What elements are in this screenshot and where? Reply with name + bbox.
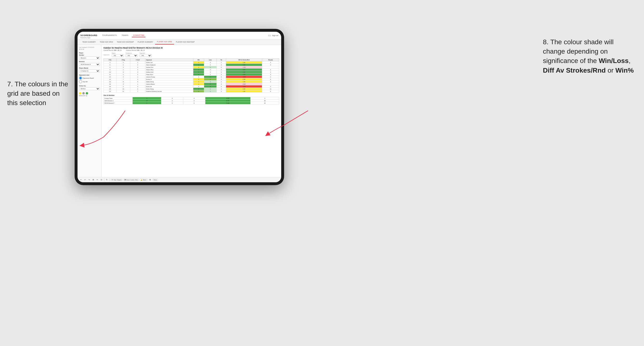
refresh-button[interactable]: ↻ [105,178,108,181]
annotation-bold3: Win% [615,67,634,74]
region-label: Region [112,52,124,54]
cell-reg: 6 [116,71,130,73]
radio-opponents-played[interactable]: Opponents Played [79,76,100,80]
nav-tournaments[interactable]: TOURNAMENTS [101,34,118,37]
legend-dot-down [79,92,81,95]
cell-win: 1 [193,64,204,66]
annotation-bold2: Diff Av Strokes/Rnd [543,67,606,74]
cell-conf: 1 [130,83,146,85]
cell-rounds: 6 [262,90,279,93]
player-rank-select[interactable]: 8. Katelyn Vo [79,69,100,72]
cell-diff: -1.00 [226,66,262,69]
header-icon: ⓘ | [268,34,271,37]
conference-label: Conference [126,52,138,54]
filter-region: Region (All) [112,52,124,57]
paste-button[interactable]: ⊡ [100,178,103,181]
copy-button[interactable]: ⊞ [92,178,95,181]
sub-nav-team-summary[interactable]: TEAM SUMMARY [80,39,98,44]
toolbar: ↩ ↩ ↪ ⊞ ✂ ⊡ ↻ 👁 View: Original 💾 Save Cu… [78,177,281,182]
cell-opponent: Foreign Team [104,97,133,100]
cell-win: 1 [193,69,204,71]
cell-reg: 1 [116,69,130,71]
undo-button[interactable]: ↩ [80,178,82,181]
cell-div: 20 [104,90,116,93]
table-row: 13 4 1 Jessica Huang 0 1 0 -3.00 2 [104,76,279,78]
eye-icon: 👁 [112,179,113,180]
cell-div: 11 [104,73,116,76]
cell-opponent: Jessica Mason [146,83,193,85]
opponent-label: Opponent [140,52,152,54]
opponent-select[interactable]: (All) [140,54,152,57]
nav-teams[interactable]: TEAMS [120,34,129,37]
share-button[interactable]: Share [153,179,158,181]
sub-nav-team-h2h-grid[interactable]: TEAM H2H GRID [98,39,115,44]
cell-rounds: 2 [262,85,279,88]
radio-top100[interactable]: Top 100 [79,80,100,83]
gender-select[interactable]: Women's [79,56,100,59]
colour-by-select[interactable]: Win/loss [79,87,100,90]
legend-label-level: Level [82,95,84,96]
sub-nav-player-h2h-heatmap[interactable]: PLAYER H2H HEATMAP [174,39,197,44]
scissors-button[interactable]: ✂ [96,178,99,181]
cell-div: 6 [104,66,116,69]
cell-loss: 3 [204,85,217,88]
redo-button[interactable]: ↩ [84,178,87,181]
out-of-division-header: Out of division [104,95,279,96]
undo2-button[interactable]: ↪ [88,178,91,181]
cell-win: 2 [193,78,204,81]
cell-reg: 4 [116,76,130,78]
cell-opponent: NAIA Division 1 [104,100,133,102]
last-updated: Last Updated: 27/03/202416:55:38 [79,47,100,50]
conference-select[interactable]: (All) [126,54,138,57]
cell-loss: 0 [161,102,183,104]
nav-committee[interactable]: COMMITTEE [132,34,146,37]
cell-reg: 3 [116,66,130,69]
cell-rounds: 10 [250,102,279,104]
sub-nav-player-summary[interactable]: PLAYER SUMMARY [136,39,155,44]
cell-tie: 0 [183,102,205,104]
cell-win: 15 [133,100,161,102]
cell-reg: 1 [116,73,130,76]
table-row: 6 3 3 Sydney Kuo 1 1 0 -1.00 [104,66,279,69]
th-diff: Diff Av Strokes/Rnd [226,59,262,61]
cell-loss: 1 [204,66,217,69]
cell-tie: 0 [217,71,226,73]
cell-conf: 4 [130,69,146,71]
cell-tie: 0 [217,81,226,83]
cell-diff: -5.00 [226,85,262,88]
legend-dot-up [86,92,88,95]
arrow-right [260,108,308,137]
sub-nav-team-h2h-heatmap[interactable]: TEAM H2H HEATMAP [115,39,136,44]
cell-loss: 1 [204,88,217,90]
save-icon: 💾 [124,179,126,180]
cell-diff: 0.38 [226,78,262,81]
watch-button[interactable]: 🔔 Watch [140,179,147,181]
sub-nav-player-h2h-grid[interactable]: PLAYER H2H GRID [155,39,174,44]
cell-div: 3 [104,61,116,64]
opponents-label: Opponents: [104,54,110,55]
division-select[interactable]: NCAA Division III [79,63,100,66]
sign-out-link[interactable]: Sign out [272,35,278,36]
cell-win: 1 [133,97,161,100]
cell-tie: 0 [217,90,226,93]
view-original-button[interactable]: 👁 View: Original [110,179,122,181]
cell-tie: 0 [217,85,226,88]
out-of-division-table: Foreign Team 1 0 0 4.500 2 NAIA Division… [104,97,279,104]
header-right: ⓘ | Sign out [268,34,278,37]
cell-diff: -0.94 [226,83,262,85]
cell-div: 15 [104,81,116,83]
table-row: NAIA Division 1 15 0 0 9.267 30 [104,100,279,102]
cell-diff: 1.25 [226,81,262,83]
cell-win: 0 [193,76,204,78]
logo-sub: Powered by clippd [80,37,97,38]
cell-div: 18 [104,85,116,88]
cell-reg: 8 [116,81,130,83]
cell-opponent: Andrea York [146,71,193,73]
more-button[interactable]: ⊞ [148,178,152,181]
cell-opponent: NCAA Division 2 [104,102,133,104]
region-select[interactable]: (All) [112,54,124,57]
table-row: 20 10 6 Emily Chang 4 1 0 0.30 11 [104,88,279,90]
overall-record: Overall Record: 353 - 34 - 6 [104,49,121,51]
save-custom-button[interactable]: 💾 Save Custom View [124,179,139,181]
cell-win: 5 [133,102,161,104]
